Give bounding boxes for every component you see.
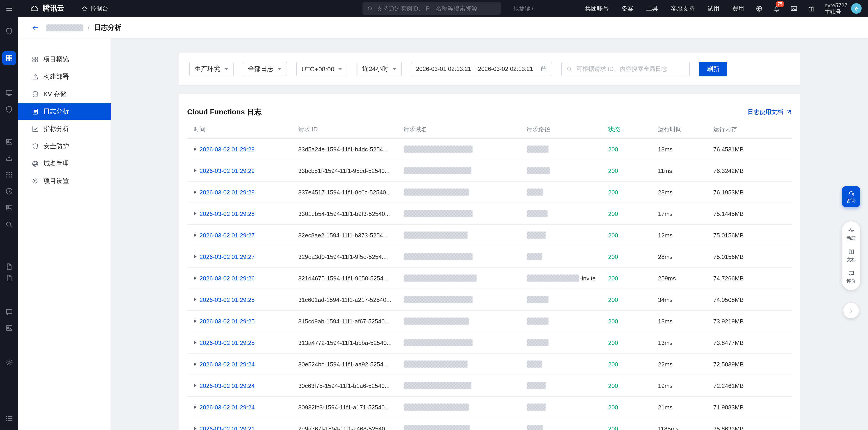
rail-item-monitor[interactable] — [0, 89, 18, 97]
sidebar-item-database[interactable]: KV 存储 — [18, 86, 111, 103]
bell-button[interactable]: 75 — [768, 0, 785, 17]
log-time-link[interactable]: 2026-03-02 01:29:27 — [199, 253, 255, 260]
caret-down-icon — [224, 68, 228, 72]
sidebar-item-gear[interactable]: 项目设置 — [18, 172, 111, 190]
sidebar-item-grid[interactable]: 项目概览 — [18, 51, 111, 68]
rail-item-security[interactable] — [0, 105, 18, 113]
topbar-link[interactable]: 工具 — [640, 0, 664, 17]
rail-item-shield[interactable] — [0, 27, 18, 35]
log-time-link[interactable]: 2026-03-02 01:29:28 — [199, 210, 255, 217]
redacted-domain — [403, 317, 469, 325]
log-time-link[interactable]: 2026-03-02 01:29:24 — [199, 404, 255, 410]
media-icon — [5, 204, 13, 212]
rail-item-workspace[interactable] — [2, 51, 16, 65]
rail-item-file-edit[interactable] — [0, 274, 18, 282]
rail-item-apps[interactable] — [0, 171, 18, 179]
global-search-input[interactable] — [377, 5, 496, 12]
log-time-link[interactable]: 2026-03-02 01:29:28 — [199, 189, 255, 196]
sidebar-item-chart[interactable]: 指标分析 — [18, 120, 111, 138]
console-button[interactable] — [785, 0, 803, 17]
sidebar-item-label: 项目设置 — [43, 177, 69, 185]
redacted-path — [526, 253, 542, 260]
file-edit-icon — [5, 274, 13, 282]
topbar-link[interactable]: 集团账号 — [579, 0, 615, 17]
expand-row-icon[interactable] — [193, 298, 196, 302]
topbar-link[interactable]: 客服支持 — [664, 0, 701, 17]
float-item-activity[interactable]: 动态 — [846, 227, 856, 241]
log-time-link[interactable]: 2026-03-02 01:29:25 — [199, 296, 255, 303]
rail-item-list[interactable] — [0, 414, 18, 423]
sidebar-item-log[interactable]: 日志分析 — [18, 103, 111, 120]
main-menu-button[interactable] — [0, 5, 18, 12]
log-time-link[interactable]: 2026-03-02 01:29:29 — [199, 146, 255, 152]
log-time-link[interactable]: 2026-03-02 01:29:29 — [199, 167, 255, 174]
console-link[interactable]: 控制台 — [81, 4, 108, 12]
expand-row-icon[interactable] — [193, 233, 196, 237]
image-icon — [5, 324, 13, 332]
sidebar-item-domain[interactable]: 域名管理 — [18, 155, 111, 172]
avatar[interactable]: e — [851, 3, 862, 14]
log-search-input[interactable] — [577, 65, 685, 72]
float-toolbar: 动态文档评价 — [842, 221, 860, 290]
timezone-select[interactable]: UTC+08:00 — [296, 61, 348, 76]
back-button[interactable] — [32, 24, 39, 31]
rail-item-terminal[interactable] — [0, 308, 18, 316]
expand-row-icon[interactable] — [193, 405, 196, 409]
log-time-link[interactable]: 2026-03-02 01:29:27 — [199, 232, 255, 238]
account-menu[interactable]: eyre5727 主账号 e — [825, 2, 862, 15]
rail-item-search[interactable] — [0, 221, 18, 229]
rail-item-clock[interactable] — [0, 187, 18, 195]
rail-item-settings[interactable] — [0, 359, 18, 367]
topbar-link[interactable]: 备案 — [615, 0, 640, 17]
log-search[interactable] — [561, 61, 690, 76]
request-id: 30e524bd-1594-11f1-aa92-5254... — [298, 361, 403, 368]
gift-button[interactable] — [803, 0, 820, 17]
consult-widget[interactable]: 咨询 — [842, 186, 860, 207]
expand-row-icon[interactable] — [193, 255, 196, 258]
log-time-link[interactable]: 2026-03-02 01:29:25 — [199, 339, 255, 346]
topbar-link[interactable]: 费用 — [726, 0, 750, 17]
topbar-link[interactable]: 试用 — [701, 0, 726, 17]
rail-item-media[interactable] — [0, 204, 18, 212]
request-id: 315cd9ab-1594-11f1-af67-52540... — [298, 318, 403, 324]
expand-row-icon[interactable] — [193, 212, 196, 216]
time-range-select[interactable]: 近24小时 — [357, 61, 402, 76]
global-search[interactable] — [363, 2, 501, 15]
expand-row-icon[interactable] — [193, 384, 196, 388]
log-type-select[interactable]: 全部日志 — [243, 61, 287, 76]
memory: 73.8477MB — [713, 339, 792, 346]
date-range-picker[interactable]: 2026-03-01 02:13:21 ~ 2026-03-02 02:13:2… — [411, 61, 552, 76]
float-item-feedback[interactable]: 评价 — [846, 270, 856, 285]
rail-item-image[interactable] — [0, 324, 18, 332]
request-id: 313a4772-1594-11f1-bbba-52540... — [298, 339, 403, 346]
globe-button[interactable] — [750, 0, 768, 17]
redacted-domain — [403, 210, 472, 217]
rail-item-gallery[interactable] — [0, 138, 18, 146]
table-row: 2026-03-02 01:29:25 31c601ad-1594-11f1-a… — [187, 289, 792, 311]
expand-row-icon[interactable] — [193, 341, 196, 344]
float-item-docs[interactable]: 文档 — [846, 249, 856, 263]
brand-logo[interactable]: 腾讯云 — [30, 4, 64, 13]
env-select[interactable]: 生产环境 — [189, 61, 233, 76]
expand-row-icon[interactable] — [193, 147, 196, 151]
log-time-link[interactable]: 2026-03-02 01:29:21 — [199, 425, 255, 430]
log-time-link[interactable]: 2026-03-02 01:29:25 — [199, 318, 255, 324]
rail-item-file-seal[interactable] — [0, 263, 18, 271]
log-time-link[interactable]: 2026-03-02 01:29:24 — [199, 382, 255, 389]
expand-row-icon[interactable] — [193, 190, 196, 194]
log-table-body: 2026-03-02 01:29:29 33d5a24e-1594-11f1-b… — [187, 139, 792, 430]
refresh-button[interactable]: 刷新 — [699, 61, 727, 76]
expand-toolbar-button[interactable] — [843, 303, 859, 318]
expand-row-icon[interactable] — [193, 276, 196, 280]
expand-row-icon[interactable] — [193, 362, 196, 366]
log-time-link[interactable]: 2026-03-02 01:29:26 — [199, 275, 255, 282]
rail-item-download[interactable] — [0, 154, 18, 162]
expand-row-icon[interactable] — [193, 427, 196, 430]
log-time-link[interactable]: 2026-03-02 01:29:24 — [199, 361, 255, 368]
doc-link[interactable]: 日志使用文档 — [748, 108, 792, 116]
topbar-icon-group: 75 — [750, 0, 820, 17]
sidebar-item-deploy[interactable]: 构建部署 — [18, 68, 111, 86]
sidebar-item-shield[interactable]: 安全防护 — [18, 138, 111, 155]
expand-row-icon[interactable] — [193, 319, 196, 323]
expand-row-icon[interactable] — [193, 169, 196, 172]
